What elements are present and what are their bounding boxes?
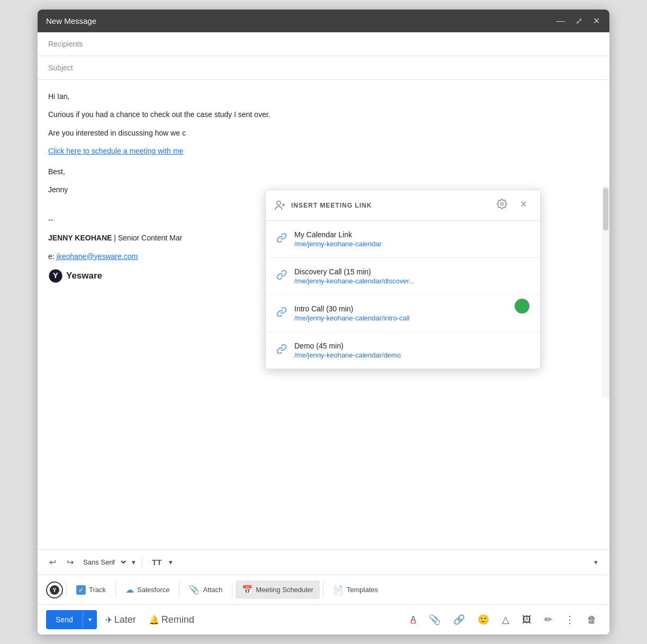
trash-icon: 🗑: [587, 614, 597, 625]
meeting-item-1-title: My Calendar Link: [294, 230, 382, 239]
link-button[interactable]: 🔗: [449, 611, 469, 629]
font-select[interactable]: Sans Serif Serif Monospace: [81, 558, 128, 567]
recipients-input[interactable]: [91, 40, 599, 48]
salesforce-icon: ☁: [125, 585, 134, 595]
emoji-button[interactable]: 🙂: [473, 611, 493, 629]
meeting-item-4-text: Demo (45 min) /me/jenny-keohane-calendar…: [294, 342, 401, 359]
templates-button[interactable]: 📄 Templates: [327, 580, 384, 599]
more-button[interactable]: ⋮: [561, 611, 579, 629]
attachment-button[interactable]: 📎: [425, 611, 445, 629]
maximize-button[interactable]: ⤢: [574, 16, 583, 26]
more-icon: ⋮: [565, 614, 574, 625]
add-person-icon: [274, 200, 286, 211]
meeting-link-para: Click here to schedule a meeting with me: [48, 145, 599, 157]
font-size-dropdown-icon: ▾: [169, 558, 173, 566]
undo-button[interactable]: ↩: [46, 555, 59, 569]
send-dropdown-arrow[interactable]: ▾: [83, 611, 97, 629]
delete-button[interactable]: 🗑: [583, 611, 601, 629]
link-icon-3: [276, 307, 287, 320]
body-line2-text: Are you interested in discussing how we …: [48, 129, 186, 137]
templates-icon: 📄: [333, 585, 344, 595]
later-label: Later: [114, 614, 136, 625]
recipients-label: Recipients: [48, 40, 91, 48]
svg-text:Y: Y: [52, 586, 57, 593]
close-button[interactable]: ✕: [592, 16, 601, 26]
yesware-icon-button[interactable]: Y: [46, 582, 63, 598]
font-dropdown-icon: ▾: [132, 558, 136, 566]
track-label: Track: [89, 586, 106, 594]
scrollbar[interactable]: [602, 186, 609, 398]
popup-header: INSERT MEETING LINK: [266, 190, 540, 221]
attach-label: Attach: [203, 586, 222, 594]
salesforce-button[interactable]: ☁ Salesforce: [119, 580, 176, 599]
minimize-button[interactable]: —: [555, 16, 566, 26]
svg-point-5: [501, 203, 504, 205]
edit-icon: ✏: [544, 614, 552, 625]
meeting-link-popup: INSERT MEETING LINK: [265, 190, 541, 369]
meeting-item-3[interactable]: Intro Call (30 min) /me/jenny-keohane-ca…: [266, 295, 540, 332]
templates-label: Templates: [347, 586, 378, 594]
green-indicator: [515, 299, 529, 314]
send-button-group[interactable]: Send ▾: [46, 610, 97, 629]
link-icon: 🔗: [453, 614, 465, 625]
emoji-icon: 🙂: [478, 614, 489, 625]
track-button[interactable]: ✓ Track: [70, 581, 112, 599]
meeting-item-1[interactable]: My Calendar Link /me/jenny-keohane-calen…: [266, 221, 540, 258]
sig-name-bold: JENNY KEOHANE: [48, 234, 112, 242]
meeting-item-4[interactable]: Demo (45 min) /me/jenny-keohane-calendar…: [266, 332, 540, 369]
remind-button[interactable]: 🔔 Remind: [145, 611, 199, 629]
attach-button[interactable]: 📎 Attach: [183, 580, 229, 599]
remind-label: Remind: [161, 614, 194, 625]
scrollbar-thumb[interactable]: [603, 188, 608, 230]
sig-email-link[interactable]: jkeohane@yesware.com: [57, 252, 138, 261]
subject-input[interactable]: [91, 64, 599, 72]
later-icon: ✈: [105, 615, 112, 625]
recipients-row: Recipients: [38, 32, 609, 56]
meeting-item-4-url: /me/jenny-keohane-calendar/demo: [294, 351, 401, 359]
remind-icon: 🔔: [149, 615, 159, 625]
font-size-icon: TT: [152, 558, 161, 567]
text-color-button[interactable]: A: [406, 612, 420, 628]
later-button[interactable]: ✈ Later: [101, 611, 140, 629]
meeting-item-3-url: /me/jenny-keohane-calendar/intro-call: [294, 314, 410, 322]
action-sep-3: [179, 583, 179, 597]
drive-icon: △: [502, 614, 509, 625]
redo-button[interactable]: ↪: [64, 555, 77, 569]
closing: Best,: [48, 166, 599, 177]
salesforce-label: Salesforce: [137, 586, 169, 594]
track-checkbox-icon: ✓: [76, 585, 86, 595]
close-icon: [519, 199, 528, 209]
font-size-button[interactable]: TT: [149, 556, 165, 569]
popup-close-button[interactable]: [516, 198, 532, 212]
body-line2: Are you interested in discussing how we …: [48, 127, 599, 139]
action-sep-4: [232, 583, 232, 597]
link-icon-4: [276, 344, 287, 357]
edit-button[interactable]: ✏: [540, 611, 556, 629]
yesware-small-logo: Y: [49, 585, 60, 595]
action-sep-2: [115, 583, 116, 597]
send-main-label[interactable]: Send: [46, 610, 83, 629]
meeting-item-4-title: Demo (45 min): [294, 342, 401, 350]
title-bar-controls: — ⤢ ✕: [555, 16, 601, 26]
popup-settings-button[interactable]: [493, 198, 510, 213]
meeting-item-2[interactable]: Discovery Call (15 min) /me/jenny-keohan…: [266, 258, 540, 295]
bottom-toolbar: Send ▾ ✈ Later 🔔 Remind A 📎 🔗 🙂 △ 🖼: [38, 604, 609, 634]
sig-email-label: e:: [48, 252, 55, 261]
title-bar: New Message — ⤢ ✕: [38, 10, 609, 32]
drive-button[interactable]: △: [498, 611, 514, 629]
meeting-item-2-title: Discovery Call (15 min): [294, 267, 415, 276]
format-toolbar: ↩ ↪ Sans Serif Serif Monospace ▾ TT ▾ ▾: [38, 549, 609, 575]
meeting-link[interactable]: Click here to schedule a meeting with me: [48, 147, 183, 155]
meeting-scheduler-icon: 📅: [242, 585, 253, 595]
meeting-item-1-url: /me/jenny-keohane-calendar: [294, 240, 382, 248]
meeting-item-2-text: Discovery Call (15 min) /me/jenny-keohan…: [294, 267, 415, 285]
meeting-scheduler-button[interactable]: 📅 Meeting Scheduler: [236, 580, 319, 599]
greeting: Hi Ian,: [48, 91, 599, 102]
text-color-icon: A: [410, 615, 416, 624]
link-icon-2: [276, 270, 287, 283]
image-button[interactable]: 🖼: [518, 611, 536, 629]
yesware-logo-icon: Y: [48, 269, 63, 283]
more-format-button[interactable]: ▾: [591, 556, 601, 568]
sig-title: Senior Content Mar: [118, 234, 182, 242]
svg-text:Y: Y: [53, 271, 59, 280]
